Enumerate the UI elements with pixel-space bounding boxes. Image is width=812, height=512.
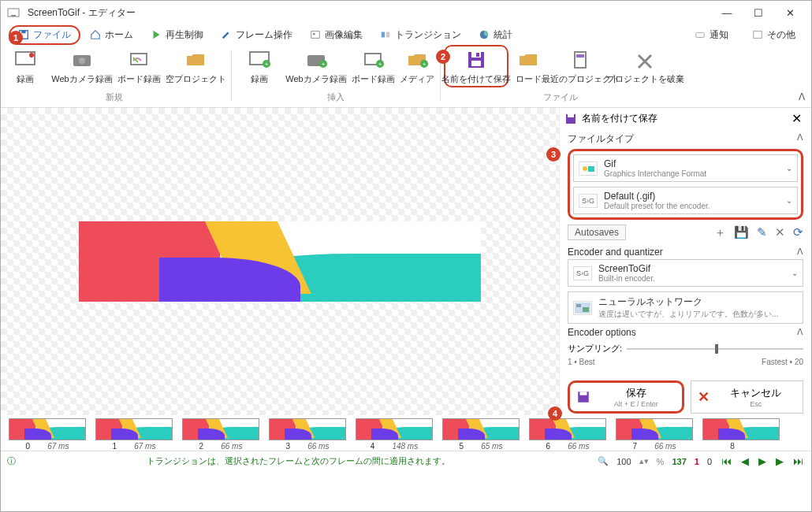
ribbon-new-webcam[interactable]: Webカメラ録画	[50, 45, 114, 87]
frame-thumb[interactable]: 266 ms	[182, 418, 259, 451]
ribbon-discard[interactable]: プロジェクトを破棄	[613, 45, 677, 87]
chevron-down-icon: ⌄	[792, 269, 798, 277]
ribbon-new-blank[interactable]: 空プロジェクト	[163, 45, 228, 87]
first-frame-button[interactable]: ⏮	[720, 455, 733, 467]
svg-point-5	[313, 33, 315, 35]
panel-close-button[interactable]: ✕	[787, 111, 806, 126]
ribbon-label: プロジェクトを破棄	[606, 74, 684, 83]
prev-frame-button[interactable]: ◀	[739, 455, 751, 467]
tab-image[interactable]: 画像編集	[302, 26, 371, 44]
svg-rect-1	[11, 15, 16, 17]
svg-text:+: +	[378, 61, 382, 68]
frame-count-other: 0	[707, 457, 712, 466]
ribbon-label: 録画	[17, 74, 34, 83]
ribbon-insert-board[interactable]: + ボード録画	[348, 45, 397, 87]
frame-thumb[interactable]: 167 ms	[95, 418, 173, 451]
frame-thumb[interactable]: 8	[702, 418, 780, 451]
zoom-updown[interactable]: ▴▾	[639, 456, 649, 466]
tab-stats[interactable]: 統計	[471, 26, 520, 44]
cancel-button[interactable]: ✕ キャンセル Esc	[691, 380, 804, 414]
tab-file-label: ファイル	[33, 28, 71, 42]
tab-frame[interactable]: フレーム操作	[213, 26, 300, 44]
quantizer-dropdown[interactable]: ニューラルネットワーク 速度は遅いですが、よりリアルです。色数が多い...	[568, 291, 803, 324]
svg-rect-32	[576, 54, 584, 58]
thumb-duration: 66 ms	[654, 442, 676, 451]
frame-count-selected: 1	[695, 457, 699, 466]
ribbon-new-board[interactable]: ボード録画	[114, 45, 163, 87]
frame-list[interactable]: 067 ms 167 ms 266 ms 366 ms 4148 ms 565 …	[1, 415, 811, 451]
other-button[interactable]: その他	[744, 26, 803, 44]
quantizer-desc: 速度は遅いですが、よりリアルです。色数が多い...	[598, 309, 798, 320]
window-icon	[752, 29, 763, 40]
thumb-image	[702, 418, 780, 440]
tab-home[interactable]: ホーム	[82, 26, 141, 44]
add-preset-icon[interactable]: ＋	[714, 225, 726, 240]
svg-rect-10	[754, 32, 762, 39]
save-button[interactable]: 保存 Alt + E / Enter	[568, 380, 684, 414]
ribbon-insert-record[interactable]: + 録画	[235, 45, 284, 87]
ribbon-new-record[interactable]: 録画	[1, 45, 50, 87]
slider-best-label: 1 • Best	[568, 358, 595, 366]
frame-thumb[interactable]: 565 ms	[442, 418, 520, 451]
preset-dropdown[interactable]: S›G Default (.gif) Default preset for th…	[573, 187, 798, 214]
section-filetype-header[interactable]: ファイルタイプ ᐱ	[560, 129, 811, 147]
play-icon	[151, 29, 162, 40]
section-encoder-header[interactable]: Encoder and quantizer ᐱ	[560, 243, 811, 259]
close-button[interactable]: ✕	[775, 3, 805, 22]
app-icon	[7, 6, 20, 19]
svg-point-36	[583, 166, 587, 171]
preset-desc: Default preset for the encoder.	[604, 202, 780, 210]
frame-thumb[interactable]: 666 ms	[529, 418, 606, 451]
tab-stats-label: 統計	[494, 28, 512, 42]
canvas[interactable]	[1, 108, 559, 415]
frame-thumb[interactable]: 766 ms	[616, 418, 693, 451]
play-button[interactable]: ▶	[757, 455, 768, 467]
filetype-dropdown[interactable]: Gif Graphics Interchange Format ⌄	[573, 154, 798, 182]
ribbon-group-new: 録画 Webカメラ録画 ボード録画 空プロジェクト 新規	[1, 45, 228, 107]
thumb-duration: 148 ms	[392, 442, 418, 451]
main-area: 名前を付けて保存 ✕ ファイルタイプ ᐱ Gif Graphics Interc…	[1, 108, 811, 415]
sampling-label: サンプリング:	[568, 343, 622, 354]
sampling-slider[interactable]	[627, 348, 803, 350]
svg-text:+: +	[322, 61, 326, 68]
preset-name: Default (.gif)	[604, 191, 780, 202]
refresh-preset-icon[interactable]: ⟳	[793, 225, 803, 240]
autosaves-button[interactable]: Autosaves	[568, 224, 626, 240]
svg-rect-9	[696, 32, 705, 37]
svg-rect-4	[311, 32, 320, 39]
zoom-icon[interactable]: 🔍	[598, 456, 609, 466]
ribbon-insert-media[interactable]: + メディア	[397, 45, 437, 87]
save-preset-icon[interactable]: 💾	[734, 225, 749, 240]
ribbon-save-as[interactable]: 名前を付けて保存	[444, 45, 508, 87]
next-frame-button[interactable]: ▶	[774, 455, 785, 467]
quantizer-name: ニューラルネットワーク	[598, 295, 798, 309]
delete-preset-icon[interactable]: ✕	[775, 225, 785, 240]
panel-header: 名前を付けて保存 ✕	[560, 108, 811, 129]
notify-button[interactable]: 通知	[687, 26, 736, 44]
last-frame-button[interactable]: ⏭	[792, 455, 805, 467]
thumb-index: 4	[371, 442, 375, 451]
tab-playback[interactable]: 再生制御	[143, 26, 211, 44]
tab-playback-label: 再生制御	[166, 28, 203, 42]
frame-thumb[interactable]: 366 ms	[269, 418, 346, 451]
save-panel: 名前を付けて保存 ✕ ファイルタイプ ᐱ Gif Graphics Interc…	[559, 108, 811, 415]
ribbon-collapse-chevron[interactable]: ᐱ	[799, 91, 805, 102]
svg-rect-40	[583, 307, 589, 312]
ribbon-insert-webcam[interactable]: + Webカメラ録画	[284, 45, 348, 87]
tab-strip: ファイル ホーム 再生制御 フレーム操作 画像編集 トランジション 統計 通知 …	[1, 24, 811, 45]
section-options-header[interactable]: Encoder options ᐱ	[560, 324, 811, 339]
home-icon	[90, 29, 101, 40]
ribbon-recent[interactable]: 最近のプロジェクト	[548, 45, 613, 87]
frame-thumb[interactable]: 067 ms	[9, 418, 86, 451]
encoder-dropdown[interactable]: S›G ScreenToGif Built-in encoder. ⌄	[568, 259, 803, 287]
ribbon-label: 空プロジェクト	[166, 74, 226, 83]
svg-point-14	[79, 58, 85, 64]
ribbon: 録画 Webカメラ録画 ボード録画 空プロジェクト 新規 + 録画	[1, 45, 811, 108]
frame-thumb[interactable]: 4148 ms	[356, 418, 433, 451]
minimize-button[interactable]: —	[712, 3, 742, 22]
ribbon-label: メディア	[400, 74, 434, 83]
image-icon	[310, 29, 321, 40]
tab-transition[interactable]: トランジション	[372, 26, 469, 44]
edit-preset-icon[interactable]: ✎	[757, 225, 767, 240]
maximize-button[interactable]: ☐	[743, 3, 773, 22]
